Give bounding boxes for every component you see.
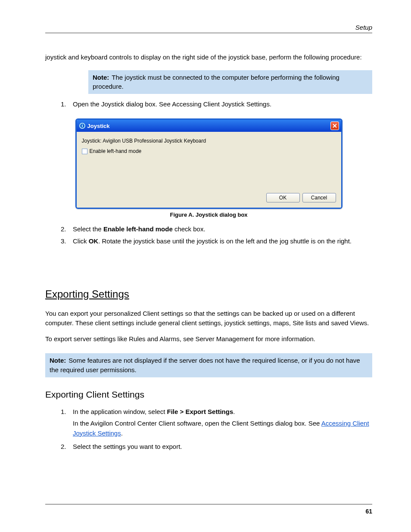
step-number: 3.: [61, 236, 73, 246]
step-text: Select the Enable left-hand mode check b…: [73, 224, 372, 234]
export-step-1: 1. In the application window, select Fil…: [45, 407, 372, 417]
step-number: 2.: [61, 224, 73, 234]
step-number: 2.: [61, 442, 73, 451]
header-section-label: Setup: [45, 24, 372, 31]
dialog-titlebar: Joystick: [77, 120, 341, 132]
note-text: Some features are not displayed if the s…: [50, 357, 360, 373]
note-label: Note:: [93, 74, 109, 81]
dialog-body: Joystick: Avigilon USB Professional Joys…: [77, 132, 341, 208]
step-2: 2. Select the Enable left-hand mode chec…: [45, 224, 372, 234]
page-header: Setup: [45, 24, 372, 33]
titlebar-left: Joystick: [79, 123, 110, 129]
page-number: 61: [365, 508, 372, 515]
heading-exporting-settings: Exporting Settings: [45, 288, 372, 300]
page-footer: 61: [45, 504, 372, 515]
cancel-button[interactable]: Cancel: [302, 193, 336, 202]
step-text: Click OK. Rotate the joystick base until…: [73, 236, 372, 246]
exporting-para-1: You can export your personalized Client …: [45, 309, 372, 328]
step-1: 1. Open the Joystick dialog box. See Acc…: [45, 99, 372, 109]
figure-caption: Figure A. Joystick dialog box: [45, 212, 372, 218]
export-step-2: 2. Select the settings you want to expor…: [45, 442, 372, 451]
figure-wrapper: Joystick Joystick: Avigilon USB Professi…: [45, 118, 372, 209]
ok-button[interactable]: OK: [266, 193, 300, 202]
close-icon: [333, 124, 337, 128]
note-label: Note:: [50, 357, 66, 364]
note-text: The joystick must be connected to the co…: [93, 74, 339, 90]
step-text: Open the Joystick dialog box. See Access…: [73, 99, 372, 109]
left-hand-checkbox-row[interactable]: Enable left-hand mode: [82, 148, 336, 154]
checkbox-label: Enable left-hand mode: [90, 148, 142, 154]
checkbox-icon[interactable]: [82, 149, 87, 154]
step-3: 3. Click OK. Rotate the joystick base un…: [45, 236, 372, 246]
joystick-icon: [79, 123, 85, 129]
intro-paragraph: joystick and keyboard controls to displa…: [45, 53, 372, 62]
close-button[interactable]: [330, 121, 339, 130]
step-text: In the application window, select File >…: [73, 407, 372, 417]
joystick-dialog: Joystick Joystick: Avigilon USB Professi…: [75, 118, 342, 209]
note-box-license: Note:Some features are not displayed if …: [45, 353, 372, 377]
exporting-para-2: To export server settings like Rules and…: [45, 334, 372, 344]
step-text: Select the settings you want to export.: [73, 442, 372, 451]
step-number: 1.: [61, 407, 73, 417]
dialog-buttons: OK Cancel: [82, 193, 336, 202]
joystick-device-label: Joystick: Avigilon USB Professional Joys…: [82, 138, 336, 144]
step-number: 1.: [61, 99, 73, 109]
heading-exporting-client-settings: Exporting Client Settings: [45, 389, 372, 400]
hint-paragraph: In the Avigilon Control Center Client so…: [45, 419, 372, 438]
dialog-title: Joystick: [87, 123, 110, 129]
note-box-joystick: Note:The joystick must be connected to t…: [88, 70, 372, 94]
